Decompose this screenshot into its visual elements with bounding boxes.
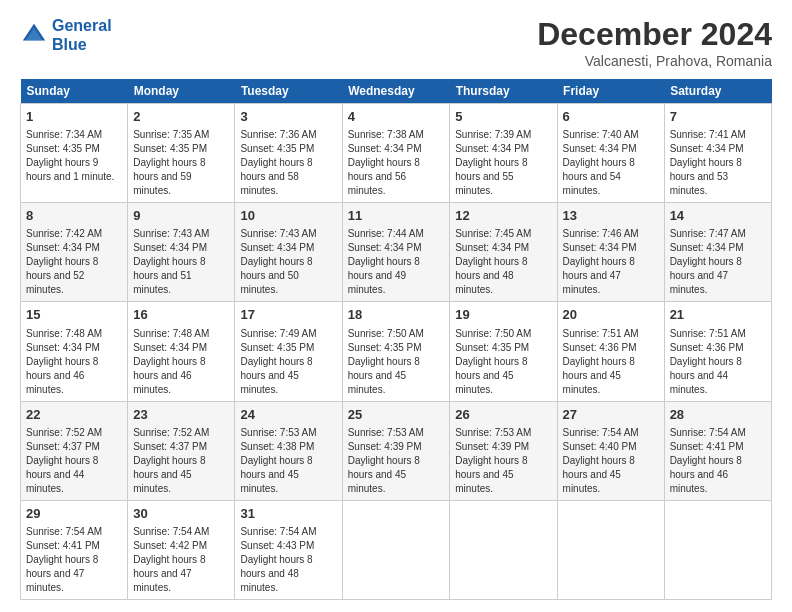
sunset-text: Sunset: 4:43 PM (240, 540, 314, 551)
sunrise-text: Sunrise: 7:42 AM (26, 228, 102, 239)
calendar-cell: 13Sunrise: 7:46 AMSunset: 4:34 PMDayligh… (557, 203, 664, 302)
daylight-text: Daylight hours 8 hours and 45 minutes. (240, 356, 312, 395)
daylight-text: Daylight hours 8 hours and 45 minutes. (455, 356, 527, 395)
daylight-text: Daylight hours 8 hours and 46 minutes. (26, 356, 98, 395)
daylight-text: Daylight hours 8 hours and 52 minutes. (26, 256, 98, 295)
calendar-cell: 3Sunrise: 7:36 AMSunset: 4:35 PMDaylight… (235, 104, 342, 203)
calendar-cell: 29Sunrise: 7:54 AMSunset: 4:41 PMDayligh… (21, 500, 128, 599)
calendar-cell: 11Sunrise: 7:44 AMSunset: 4:34 PMDayligh… (342, 203, 450, 302)
sunset-text: Sunset: 4:34 PM (670, 242, 744, 253)
day-number: 10 (240, 207, 336, 225)
day-number: 17 (240, 306, 336, 324)
col-header-tuesday: Tuesday (235, 79, 342, 104)
calendar-week-row: 1Sunrise: 7:34 AMSunset: 4:35 PMDaylight… (21, 104, 772, 203)
sunrise-text: Sunrise: 7:49 AM (240, 328, 316, 339)
calendar-cell: 28Sunrise: 7:54 AMSunset: 4:41 PMDayligh… (664, 401, 771, 500)
daylight-text: Daylight hours 8 hours and 45 minutes. (348, 455, 420, 494)
calendar-week-row: 29Sunrise: 7:54 AMSunset: 4:41 PMDayligh… (21, 500, 772, 599)
calendar-cell (342, 500, 450, 599)
sunrise-text: Sunrise: 7:51 AM (670, 328, 746, 339)
sunset-text: Sunset: 4:37 PM (133, 441, 207, 452)
calendar-cell: 22Sunrise: 7:52 AMSunset: 4:37 PMDayligh… (21, 401, 128, 500)
calendar-cell: 30Sunrise: 7:54 AMSunset: 4:42 PMDayligh… (128, 500, 235, 599)
day-number: 28 (670, 406, 766, 424)
sunrise-text: Sunrise: 7:54 AM (240, 526, 316, 537)
day-number: 8 (26, 207, 122, 225)
location: Valcanesti, Prahova, Romania (537, 53, 772, 69)
calendar-cell (450, 500, 557, 599)
calendar-table: SundayMondayTuesdayWednesdayThursdayFrid… (20, 79, 772, 600)
sunrise-text: Sunrise: 7:35 AM (133, 129, 209, 140)
sunset-text: Sunset: 4:34 PM (133, 242, 207, 253)
calendar-cell: 18Sunrise: 7:50 AMSunset: 4:35 PMDayligh… (342, 302, 450, 401)
title-block: December 2024 Valcanesti, Prahova, Roman… (537, 16, 772, 69)
calendar-cell: 14Sunrise: 7:47 AMSunset: 4:34 PMDayligh… (664, 203, 771, 302)
sunset-text: Sunset: 4:40 PM (563, 441, 637, 452)
calendar-week-row: 8Sunrise: 7:42 AMSunset: 4:34 PMDaylight… (21, 203, 772, 302)
calendar-cell: 25Sunrise: 7:53 AMSunset: 4:39 PMDayligh… (342, 401, 450, 500)
logo-text: General Blue (52, 16, 112, 54)
calendar-cell: 1Sunrise: 7:34 AMSunset: 4:35 PMDaylight… (21, 104, 128, 203)
sunrise-text: Sunrise: 7:53 AM (348, 427, 424, 438)
calendar-cell: 21Sunrise: 7:51 AMSunset: 4:36 PMDayligh… (664, 302, 771, 401)
day-number: 13 (563, 207, 659, 225)
day-number: 18 (348, 306, 445, 324)
sunset-text: Sunset: 4:34 PM (563, 242, 637, 253)
daylight-text: Daylight hours 8 hours and 50 minutes. (240, 256, 312, 295)
sunset-text: Sunset: 4:34 PM (670, 143, 744, 154)
sunrise-text: Sunrise: 7:41 AM (670, 129, 746, 140)
sunset-text: Sunset: 4:35 PM (348, 342, 422, 353)
day-number: 9 (133, 207, 229, 225)
sunset-text: Sunset: 4:38 PM (240, 441, 314, 452)
sunset-text: Sunset: 4:34 PM (26, 342, 100, 353)
calendar-cell: 24Sunrise: 7:53 AMSunset: 4:38 PMDayligh… (235, 401, 342, 500)
daylight-text: Daylight hours 8 hours and 56 minutes. (348, 157, 420, 196)
day-number: 19 (455, 306, 551, 324)
daylight-text: Daylight hours 8 hours and 45 minutes. (133, 455, 205, 494)
sunset-text: Sunset: 4:36 PM (670, 342, 744, 353)
calendar-cell: 16Sunrise: 7:48 AMSunset: 4:34 PMDayligh… (128, 302, 235, 401)
calendar-cell (664, 500, 771, 599)
day-number: 20 (563, 306, 659, 324)
sunset-text: Sunset: 4:41 PM (26, 540, 100, 551)
daylight-text: Daylight hours 8 hours and 45 minutes. (240, 455, 312, 494)
daylight-text: Daylight hours 8 hours and 59 minutes. (133, 157, 205, 196)
sunrise-text: Sunrise: 7:44 AM (348, 228, 424, 239)
col-header-thursday: Thursday (450, 79, 557, 104)
day-number: 30 (133, 505, 229, 523)
sunset-text: Sunset: 4:34 PM (26, 242, 100, 253)
logo-icon (20, 21, 48, 49)
daylight-text: Daylight hours 8 hours and 46 minutes. (670, 455, 742, 494)
daylight-text: Daylight hours 8 hours and 45 minutes. (563, 356, 635, 395)
calendar-cell: 26Sunrise: 7:53 AMSunset: 4:39 PMDayligh… (450, 401, 557, 500)
day-number: 22 (26, 406, 122, 424)
col-header-saturday: Saturday (664, 79, 771, 104)
daylight-text: Daylight hours 8 hours and 47 minutes. (26, 554, 98, 593)
day-number: 15 (26, 306, 122, 324)
daylight-text: Daylight hours 8 hours and 58 minutes. (240, 157, 312, 196)
calendar-cell: 6Sunrise: 7:40 AMSunset: 4:34 PMDaylight… (557, 104, 664, 203)
daylight-text: Daylight hours 8 hours and 46 minutes. (133, 356, 205, 395)
daylight-text: Daylight hours 8 hours and 47 minutes. (670, 256, 742, 295)
logo: General Blue (20, 16, 112, 54)
daylight-text: Daylight hours 8 hours and 48 minutes. (455, 256, 527, 295)
daylight-text: Daylight hours 9 hours and 1 minute. (26, 157, 114, 182)
sunrise-text: Sunrise: 7:46 AM (563, 228, 639, 239)
sunrise-text: Sunrise: 7:50 AM (348, 328, 424, 339)
calendar-cell: 19Sunrise: 7:50 AMSunset: 4:35 PMDayligh… (450, 302, 557, 401)
day-number: 11 (348, 207, 445, 225)
sunset-text: Sunset: 4:35 PM (26, 143, 100, 154)
sunrise-text: Sunrise: 7:40 AM (563, 129, 639, 140)
daylight-text: Daylight hours 8 hours and 44 minutes. (670, 356, 742, 395)
sunrise-text: Sunrise: 7:45 AM (455, 228, 531, 239)
sunrise-text: Sunrise: 7:36 AM (240, 129, 316, 140)
sunrise-text: Sunrise: 7:48 AM (26, 328, 102, 339)
sunrise-text: Sunrise: 7:48 AM (133, 328, 209, 339)
daylight-text: Daylight hours 8 hours and 54 minutes. (563, 157, 635, 196)
calendar-cell: 27Sunrise: 7:54 AMSunset: 4:40 PMDayligh… (557, 401, 664, 500)
day-number: 24 (240, 406, 336, 424)
day-number: 7 (670, 108, 766, 126)
calendar-week-row: 15Sunrise: 7:48 AMSunset: 4:34 PMDayligh… (21, 302, 772, 401)
day-number: 26 (455, 406, 551, 424)
col-header-sunday: Sunday (21, 79, 128, 104)
